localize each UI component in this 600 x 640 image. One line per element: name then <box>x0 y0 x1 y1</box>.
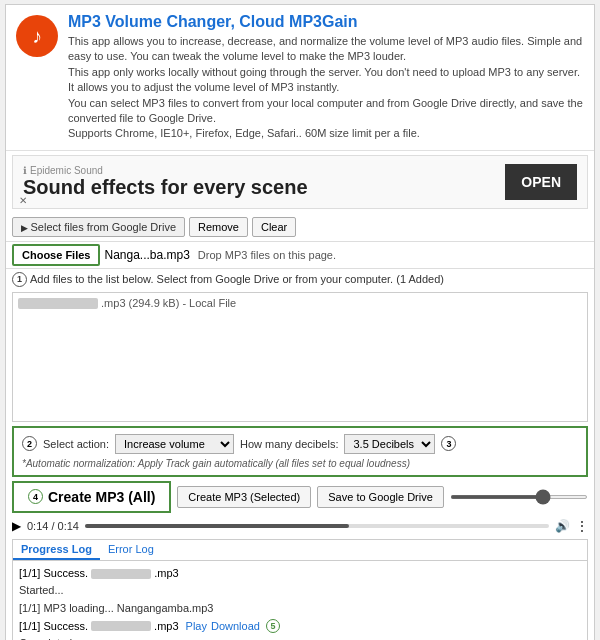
volume-slider[interactable] <box>450 495 588 499</box>
log-line-loading: [1/1] MP3 loading... Nangangamba.mp3 <box>19 600 581 618</box>
filename-blurred <box>18 298 98 309</box>
action-row: 2 Select action: Increase volume Decreas… <box>22 434 578 454</box>
info-icon: ℹ <box>23 165 27 176</box>
play-button[interactable]: ▶ <box>12 519 21 533</box>
tab-error-log[interactable]: Error Log <box>100 540 162 560</box>
step-1-badge: 1 <box>12 272 27 287</box>
decibels-label: How many decibels: <box>240 438 338 450</box>
select-action-label: Select action: <box>43 438 109 450</box>
log-line-started: Started... <box>19 582 581 600</box>
log-action-links: Play Download <box>186 618 260 636</box>
desc-line-2: This app only works locally without goin… <box>68 65 584 96</box>
action-select[interactable]: Increase volume Decrease volume Normaliz… <box>115 434 234 454</box>
app-title: MP3 Volume Changer, Cloud MP3Gain <box>68 13 584 31</box>
music-icon: ♪ <box>32 25 42 48</box>
create-row: 4 Create MP3 (All) Create MP3 (Selected)… <box>12 481 588 513</box>
app-description: MP3 Volume Changer, Cloud MP3Gain This a… <box>68 13 584 142</box>
create-selected-button[interactable]: Create MP3 (Selected) <box>177 486 311 508</box>
file-list-area: .mp3 (294.9 kB) - Local File <box>12 292 588 422</box>
audio-player: ▶ 0:14 / 0:14 🔊 ⋮ <box>12 517 588 535</box>
audio-progress-fill <box>85 524 349 528</box>
toolbar: Select files from Google Drive Remove Cl… <box>6 213 594 242</box>
play-link[interactable]: Play <box>186 618 207 636</box>
ad-label: ℹ Epidemic Sound <box>23 165 505 176</box>
log-blurred-1 <box>91 569 151 579</box>
desc-line-1: This app allows you to increase, decreas… <box>68 34 584 65</box>
create-all-label: Create MP3 (All) <box>48 489 155 505</box>
ad-brand: Epidemic Sound <box>30 165 103 176</box>
file-toolbar: Choose Files Nanga...ba.mp3 Drop MP3 fil… <box>6 242 594 269</box>
step-3-badge: 3 <box>441 436 456 451</box>
normalization-note: *Automatic normalization: Apply Track ga… <box>22 458 578 469</box>
log-line-1: [1/1] Success. .mp3 <box>19 565 581 583</box>
app-header: ♪ MP3 Volume Changer, Cloud MP3Gain This… <box>6 5 594 151</box>
more-options-icon[interactable]: ⋮ <box>576 519 588 533</box>
clear-button[interactable]: Clear <box>252 217 296 237</box>
ad-close-icon[interactable]: ✕ <box>19 195 27 206</box>
remove-button[interactable]: Remove <box>189 217 248 237</box>
ad-banner: ℹ Epidemic Sound Sound effects for every… <box>12 155 588 209</box>
log-tabs: Progress Log Error Log <box>13 540 587 561</box>
app-icon: ♪ <box>16 15 58 57</box>
drop-hint: Drop MP3 files on this page. <box>198 249 336 261</box>
time-current: 0:14 / 0:14 <box>27 520 79 532</box>
choose-files-button[interactable]: Choose Files <box>12 244 100 266</box>
desc-line-4: Supports Chrome, IE10+, Firefox, Edge, S… <box>68 126 584 141</box>
selected-filename: Nanga...ba.mp3 <box>104 248 189 262</box>
file-instruction: Add files to the list below. Select from… <box>30 273 444 285</box>
decibels-select[interactable]: 0.5 Decibels 1.0 Decibels 1.5 Decibels 2… <box>344 434 435 454</box>
step-2-badge: 2 <box>22 436 37 451</box>
log-line-2: [1/1] Success. .mp3 Play Download 5 <box>19 618 581 636</box>
step-4-badge: 4 <box>28 489 43 504</box>
ad-text: ℹ Epidemic Sound Sound effects for every… <box>23 165 505 199</box>
volume-icon[interactable]: 🔊 <box>555 519 570 533</box>
select-google-drive-button[interactable]: Select files from Google Drive <box>12 217 185 237</box>
ad-tagline: Sound effects for every scene <box>23 176 505 199</box>
action-area: 2 Select action: Increase volume Decreas… <box>12 426 588 477</box>
audio-progress-bar[interactable] <box>85 524 549 528</box>
file-info-row: 1 Add files to the list below. Select fr… <box>6 269 594 290</box>
step-5-badge: 5 <box>266 619 280 633</box>
desc-line-3: You can select MP3 files to convert from… <box>68 96 584 127</box>
progress-section: Progress Log Error Log [1/1] Success. .m… <box>12 539 588 640</box>
log-line-completed: Completed. <box>19 635 581 640</box>
ad-open-button[interactable]: OPEN <box>505 164 577 200</box>
save-drive-button[interactable]: Save to Google Drive <box>317 486 444 508</box>
create-all-button[interactable]: 4 Create MP3 (All) <box>12 481 171 513</box>
log-blurred-2 <box>91 621 151 631</box>
file-list-item: .mp3 (294.9 kB) - Local File <box>16 296 584 311</box>
tab-progress-log[interactable]: Progress Log <box>13 540 100 560</box>
file-suffix: .mp3 (294.9 kB) - Local File <box>101 297 236 309</box>
log-content: [1/1] Success. .mp3 Started... [1/1] MP3… <box>13 561 587 640</box>
download-link[interactable]: Download <box>211 618 260 636</box>
